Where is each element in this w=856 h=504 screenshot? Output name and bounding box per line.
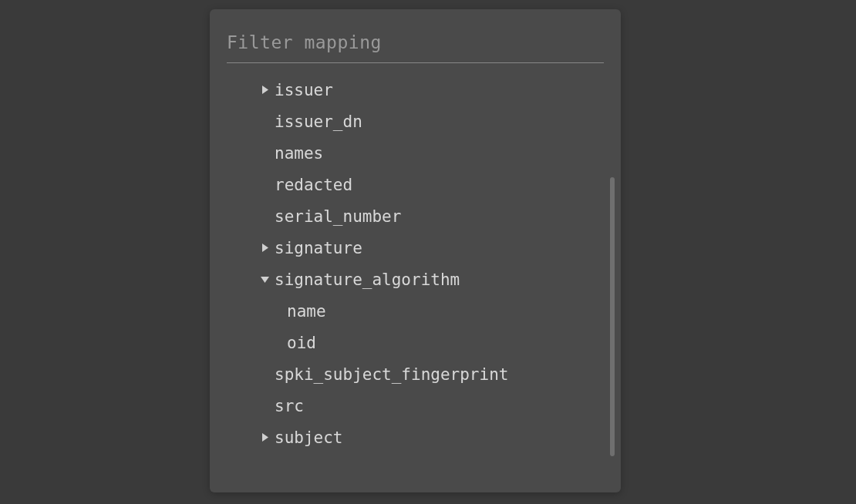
tree-item-issuer-dn[interactable]: issuer_dn <box>225 106 607 137</box>
tree-item-src[interactable]: src <box>225 390 607 422</box>
mapping-tree: issuerissuer_dnnamesredactedserial_numbe… <box>225 74 618 479</box>
tree-item-label: spki_subject_fingerprint <box>275 365 508 384</box>
caret-placeholder-icon <box>258 212 271 220</box>
caret-right-icon[interactable] <box>258 86 271 94</box>
caret-placeholder-icon <box>270 307 284 315</box>
tree-item-label: issuer_dn <box>275 113 362 131</box>
tree-item-serial-number[interactable]: serial_number <box>225 200 607 232</box>
scrollbar-thumb[interactable] <box>610 177 615 456</box>
scrollbar-track[interactable] <box>610 74 615 479</box>
tree-item-spki-subject-fingerprint[interactable]: spki_subject_fingerprint <box>225 358 607 390</box>
tree-item-name[interactable]: name <box>225 295 607 327</box>
tree-item-redacted[interactable]: redacted <box>225 169 607 200</box>
caret-placeholder-icon <box>270 338 284 347</box>
caret-placeholder-icon <box>258 402 271 410</box>
caret-down-icon[interactable] <box>258 275 271 284</box>
tree-item-signature[interactable]: signature <box>225 232 607 264</box>
caret-right-icon[interactable] <box>258 244 271 252</box>
tree-item-issuer[interactable]: issuer <box>225 74 607 106</box>
caret-right-icon[interactable] <box>258 433 271 442</box>
tree-item-label: name <box>287 302 326 321</box>
tree-item-label: signature <box>275 239 362 257</box>
tree-viewport: issuerissuer_dnnamesredactedserial_numbe… <box>225 74 618 479</box>
filter-input[interactable] <box>227 26 604 63</box>
filter-mapping-panel: issuerissuer_dnnamesredactedserial_numbe… <box>210 9 621 492</box>
caret-placeholder-icon <box>258 370 271 378</box>
caret-placeholder-icon <box>258 149 271 157</box>
tree-item-label: redacted <box>275 176 352 194</box>
tree-item-oid[interactable]: oid <box>225 327 607 358</box>
tree-item-names[interactable]: names <box>225 137 607 169</box>
tree-item-label: signature_algorithm <box>275 270 460 289</box>
tree-item-label: src <box>275 397 304 415</box>
tree-item-signature-algorithm[interactable]: signature_algorithm <box>225 264 607 295</box>
filter-wrap <box>210 9 621 63</box>
caret-placeholder-icon <box>258 117 271 126</box>
tree-item-label: oid <box>287 334 316 352</box>
tree-item-label: subject <box>275 428 343 447</box>
caret-placeholder-icon <box>258 180 271 189</box>
tree-item-label: issuer <box>275 81 333 99</box>
tree-item-subject[interactable]: subject <box>225 422 607 453</box>
tree-item-label: names <box>275 144 323 163</box>
tree-item-label: serial_number <box>275 207 401 226</box>
